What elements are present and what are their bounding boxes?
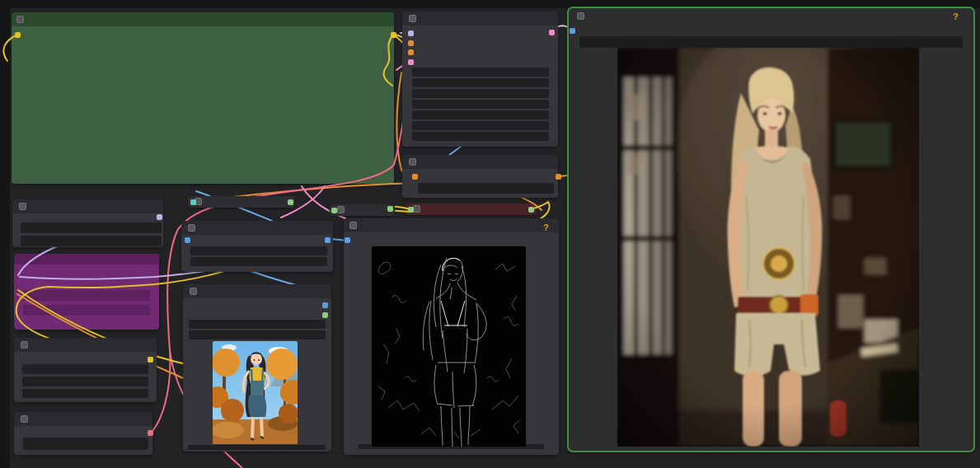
left-node-bottom-titlebar[interactable]: [14, 412, 152, 426]
collapse-icon[interactable]: [188, 224, 195, 232]
widget-row[interactable]: [23, 305, 150, 316]
edge-map-image[interactable]: [372, 246, 526, 447]
edge-preview-node-titlebar[interactable]: [344, 218, 559, 232]
photo-preview-node-titlebar[interactable]: [569, 8, 973, 22]
widget-row[interactable]: [412, 110, 549, 119]
encode-node-titlebar[interactable]: [402, 155, 558, 169]
widget-row[interactable]: [23, 438, 148, 450]
slot-output-green[interactable]: [528, 207, 534, 213]
encode-node[interactable]: [402, 155, 558, 198]
canvas-left-edge: [0, 0, 10, 468]
collapse-icon[interactable]: [337, 206, 345, 213]
widget-row[interactable]: [22, 389, 148, 398]
collapsed-node-1[interactable]: [188, 196, 295, 208]
sampler-node[interactable]: [402, 12, 558, 147]
collapse-icon[interactable]: [413, 205, 420, 213]
slot-input-lavender[interactable]: [408, 30, 414, 36]
widget-row[interactable]: [190, 257, 327, 266]
slot-output-pink[interactable]: [549, 30, 555, 35]
left-node-bottom[interactable]: [14, 412, 152, 455]
slot-input-teal[interactable]: [190, 199, 196, 205]
widget-row[interactable]: [21, 222, 162, 233]
help-badge-icon[interactable]: ?: [543, 222, 549, 232]
slot-input-orange[interactable]: [408, 49, 414, 55]
help-badge-icon[interactable]: ?: [953, 12, 959, 21]
slot-input-blue[interactable]: [570, 28, 575, 34]
collapse-icon[interactable]: [409, 15, 416, 22]
collapse-icon[interactable]: [409, 158, 416, 166]
note-node-green[interactable]: [12, 12, 394, 184]
slot-output-orange[interactable]: [556, 174, 561, 180]
left-node-mid[interactable]: [14, 338, 157, 402]
collapsed-node-maroon[interactable]: [406, 204, 537, 215]
load-image-node-titlebar[interactable]: [183, 284, 331, 298]
collapse-icon[interactable]: [21, 341, 28, 349]
widget-row[interactable]: [22, 364, 148, 374]
slot-output-yellow[interactable]: [148, 357, 153, 363]
slot-output-blue[interactable]: [322, 302, 328, 308]
slot-input-yellow[interactable]: [15, 32, 21, 38]
widget-row[interactable]: [189, 320, 326, 329]
slot-input-blue[interactable]: [185, 237, 190, 243]
slot-output-green[interactable]: [387, 206, 393, 212]
slot-output-blue[interactable]: [325, 237, 331, 243]
widget-row[interactable]: [22, 377, 148, 386]
slot-output-green[interactable]: [322, 312, 328, 318]
purple-node[interactable]: [14, 254, 159, 330]
slot-input-blue[interactable]: [345, 237, 350, 243]
widget-row[interactable]: [412, 132, 549, 141]
collapse-icon[interactable]: [16, 16, 24, 23]
widget-row[interactable]: [189, 330, 326, 339]
collapse-icon[interactable]: [21, 415, 28, 423]
image-scale-node-titlebar[interactable]: [181, 221, 333, 235]
left-node-top[interactable]: [12, 199, 163, 247]
left-node-mid-titlebar[interactable]: [14, 338, 157, 352]
left-node-top-titlebar[interactable]: [12, 199, 163, 213]
widget-row[interactable]: [412, 68, 549, 77]
slot-output-green[interactable]: [288, 199, 293, 205]
slot-output-pink[interactable]: [148, 430, 153, 436]
collapse-icon[interactable]: [577, 12, 584, 20]
photo-preview-image[interactable]: [617, 48, 919, 447]
image-scale-node[interactable]: [181, 221, 333, 272]
collapse-icon[interactable]: [349, 222, 357, 229]
widget-row[interactable]: [579, 36, 963, 48]
collapse-icon[interactable]: [190, 288, 197, 295]
purple-node-titlebar[interactable]: [14, 254, 159, 264]
note-node-green-titlebar[interactable]: [12, 12, 394, 26]
widget-row[interactable]: [412, 121, 549, 130]
widget-row[interactable]: [21, 236, 162, 246]
widget-row[interactable]: [190, 246, 327, 255]
slot-input-green[interactable]: [331, 208, 337, 213]
widget-row[interactable]: [412, 89, 549, 98]
slot-output-lavender[interactable]: [157, 214, 162, 220]
slot-input-green[interactable]: [408, 207, 414, 213]
widget-row[interactable]: [412, 100, 549, 109]
node-graph-canvas[interactable]: ? ?: [0, 0, 980, 468]
widget-row[interactable]: [418, 183, 554, 194]
anime-preview-image[interactable]: [213, 341, 298, 444]
collapsed-node-2[interactable]: [330, 204, 395, 216]
slot-input-orange[interactable]: [408, 40, 414, 46]
widget-row[interactable]: [23, 290, 150, 301]
widget-row[interactable]: [412, 78, 549, 87]
collapse-icon[interactable]: [19, 203, 26, 210]
slot-input-orange[interactable]: [412, 174, 418, 180]
slot-input-pink[interactable]: [408, 59, 414, 65]
widget-row[interactable]: [188, 445, 326, 450]
slot-output-yellow[interactable]: [391, 32, 396, 38]
sampler-node-titlebar[interactable]: [402, 12, 558, 26]
